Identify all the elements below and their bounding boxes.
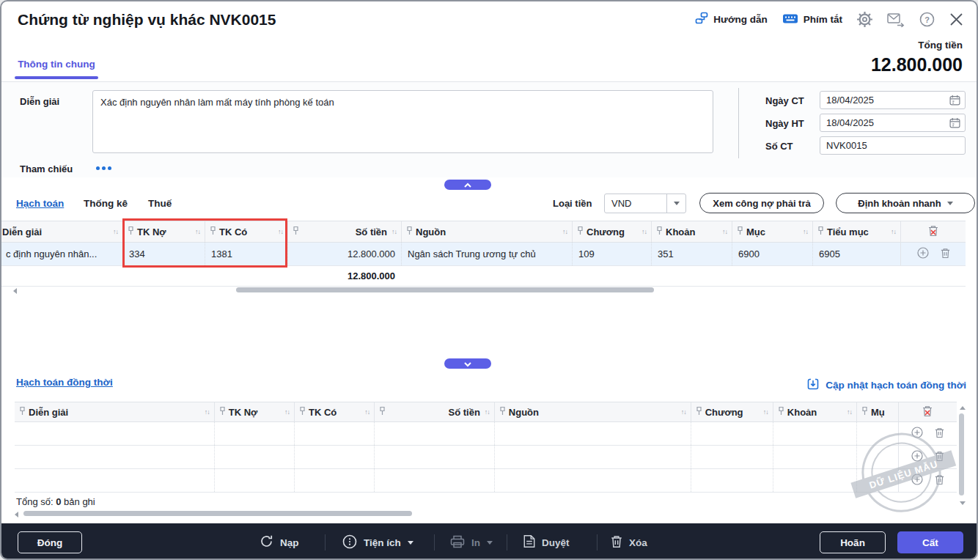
pin-icon[interactable]: [19, 406, 26, 418]
save-button[interactable]: Cất: [897, 531, 963, 553]
view-payables-button[interactable]: Xem công nợ phải trả: [699, 193, 824, 213]
col-debit[interactable]: TK Nợ ↑↓: [122, 221, 205, 242]
tab-thue[interactable]: Thuế: [148, 198, 172, 209]
simultaneous-title-link[interactable]: Hạch toán đồng thời: [16, 377, 113, 388]
scroll-up-icon[interactable]: [960, 406, 966, 410]
sort-icon[interactable]: ↑↓: [891, 228, 896, 235]
col-credit[interactable]: TK Có ↑↓: [294, 402, 374, 421]
cell-sub-item[interactable]: 6905: [812, 243, 900, 265]
sort-icon[interactable]: ↑↓: [562, 228, 567, 235]
add-row-icon[interactable]: [911, 474, 923, 487]
shortcut-link[interactable]: Phím tắt: [782, 13, 842, 26]
cell-clause[interactable]: 351: [651, 243, 732, 265]
col-chapter[interactable]: Chương ↑↓: [691, 402, 773, 421]
pin-icon[interactable]: [293, 226, 299, 237]
col-amount[interactable]: Số tiền ↑↓: [374, 402, 494, 421]
tab-thong-ke[interactable]: Thống kê: [84, 198, 128, 209]
pin-icon[interactable]: [406, 226, 413, 237]
delete-all-rows-icon[interactable]: [928, 225, 938, 239]
col-item[interactable]: Mụ: [856, 402, 898, 421]
pin-icon[interactable]: [210, 226, 216, 237]
pin-icon[interactable]: [778, 406, 784, 418]
sort-icon[interactable]: ↑↓: [722, 228, 727, 235]
tab-general-info[interactable]: Thông tin chung: [15, 59, 98, 70]
doc-number-input[interactable]: [820, 136, 966, 155]
tab-hach-toan[interactable]: Hạch toán: [16, 198, 64, 209]
close-icon[interactable]: [949, 12, 963, 26]
pin-icon[interactable]: [128, 226, 134, 237]
sort-icon[interactable]: ↑↓: [763, 408, 768, 416]
pin-icon[interactable]: [299, 406, 306, 418]
sort-icon[interactable]: ↑↓: [847, 408, 852, 416]
approve-button[interactable]: Duyệt: [523, 531, 570, 554]
doc-date-calendar-icon[interactable]: [949, 95, 960, 108]
collapse-simultaneous-button[interactable]: [444, 358, 491, 369]
pin-icon[interactable]: [696, 406, 702, 418]
delete-all-rows-icon[interactable]: [922, 405, 933, 419]
close-button[interactable]: Đóng: [18, 531, 82, 553]
description-input[interactable]: Xác định nguyên nhân làm mất máy tính ph…: [92, 90, 713, 153]
sort-icon[interactable]: ↑↓: [803, 228, 808, 235]
send-feedback-icon[interactable]: [887, 12, 905, 27]
pin-icon[interactable]: [499, 406, 506, 418]
print-button[interactable]: In: [450, 531, 493, 554]
add-row-icon[interactable]: [911, 427, 923, 441]
col-source[interactable]: Nguồn ↑↓: [401, 221, 572, 242]
col-debit[interactable]: TK Nợ ↑↓: [214, 402, 294, 421]
accounting-hscrollbar[interactable]: [236, 287, 654, 292]
reload-button[interactable]: Nạp: [260, 531, 299, 554]
delete-button[interactable]: Xóa: [611, 531, 647, 554]
sort-icon[interactable]: ↑↓: [641, 228, 647, 235]
pin-icon[interactable]: [379, 406, 386, 418]
guide-link[interactable]: Hướng dẫn: [695, 12, 767, 27]
cell-amount[interactable]: 12.800.000: [287, 243, 401, 265]
col-amount[interactable]: Số tiền ↑↓: [287, 221, 401, 242]
sort-icon[interactable]: ↑↓: [364, 408, 369, 416]
scroll-down-icon[interactable]: [960, 501, 966, 505]
pin-icon[interactable]: [219, 406, 226, 418]
doc-date-input[interactable]: [820, 91, 966, 109]
empty-table-row[interactable]: [15, 446, 957, 469]
pin-icon[interactable]: [656, 226, 663, 237]
add-row-icon[interactable]: [911, 450, 923, 464]
cell-debit[interactable]: 334: [122, 243, 205, 265]
col-item[interactable]: Mục ↑↓: [732, 221, 812, 242]
utilities-button[interactable]: Tiện ích: [342, 531, 413, 554]
add-row-icon[interactable]: [917, 247, 929, 261]
postpone-button[interactable]: Hoãn: [820, 531, 886, 553]
empty-table-row[interactable]: [15, 469, 957, 493]
simultaneous-vscrollbar[interactable]: [959, 413, 964, 495]
scroll-left-icon[interactable]: [13, 288, 17, 294]
delete-row-icon[interactable]: [935, 427, 944, 441]
col-clause[interactable]: Khoản ↑↓: [773, 402, 856, 421]
sort-icon[interactable]: ↑↓: [391, 228, 397, 235]
col-clause[interactable]: Khoản ↑↓: [651, 221, 732, 242]
col-description[interactable]: Diễn giải ↑↓: [1, 221, 122, 242]
cell-source[interactable]: Ngân sách Trung ương tự chủ: [401, 243, 572, 265]
post-date-calendar-icon[interactable]: [949, 117, 960, 131]
delete-row-icon[interactable]: [935, 474, 944, 487]
col-source[interactable]: Nguồn ↑↓: [494, 402, 691, 421]
col-credit[interactable]: TK Có ↑↓: [205, 221, 287, 242]
col-chapter[interactable]: Chương ↑↓: [572, 221, 651, 242]
sort-icon[interactable]: ↑↓: [278, 228, 283, 235]
simultaneous-update-link[interactable]: Cập nhật hạch toán đồng thời: [806, 377, 966, 393]
sort-icon[interactable]: ↑↓: [485, 408, 490, 416]
currency-select[interactable]: VND: [604, 194, 686, 213]
col-description[interactable]: Diễn giải ↑↓: [15, 402, 214, 421]
sort-icon[interactable]: ↑↓: [681, 408, 686, 416]
delete-row-icon[interactable]: [941, 248, 950, 261]
post-date-input[interactable]: [820, 114, 966, 132]
collapse-header-button[interactable]: [444, 180, 491, 190]
cell-item[interactable]: 6900: [732, 243, 812, 265]
sort-icon[interactable]: ↑↓: [195, 228, 200, 235]
accounting-table-row[interactable]: c định nguyên nhân... 334 1381 12.800.00…: [1, 243, 966, 266]
cell-description[interactable]: c định nguyên nhân...: [1, 243, 122, 265]
sort-icon[interactable]: ↑↓: [113, 228, 118, 235]
scroll-left-icon[interactable]: [15, 512, 18, 517]
pin-icon[interactable]: [817, 226, 824, 237]
cell-chapter[interactable]: 109: [572, 243, 651, 265]
sort-icon[interactable]: ↑↓: [205, 408, 210, 416]
delete-row-icon[interactable]: [935, 451, 944, 464]
quick-entry-button[interactable]: Định khoản nhanh: [836, 193, 975, 213]
